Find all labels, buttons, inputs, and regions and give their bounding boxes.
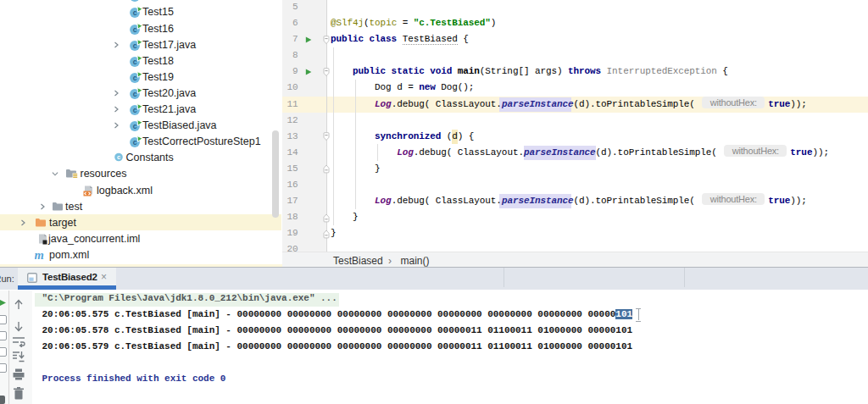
svg-text:c: c — [133, 25, 137, 34]
svg-text:c: c — [133, 9, 137, 18]
svg-text:c: c — [133, 139, 137, 147]
svg-text:c: c — [133, 0, 137, 2]
svg-text:c: c — [117, 154, 120, 162]
svg-text:c: c — [133, 122, 137, 130]
svg-text:c: c — [133, 106, 137, 114]
svg-text:c: c — [133, 74, 137, 82]
svg-text:c: c — [133, 90, 137, 98]
svg-text:m: m — [35, 249, 44, 260]
svg-text:c: c — [133, 42, 137, 50]
svg-text:c: c — [133, 58, 137, 66]
